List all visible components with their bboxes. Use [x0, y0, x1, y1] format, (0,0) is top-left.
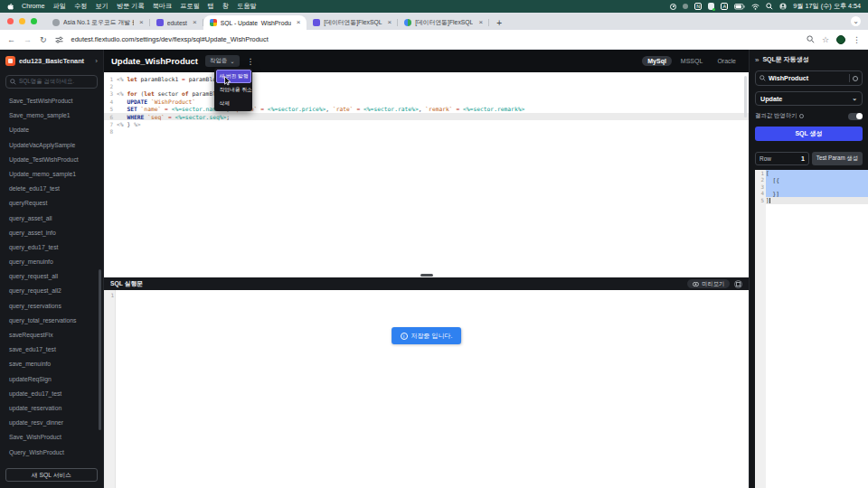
sql-service-item[interactable]: Update_memo_sample1: [0, 167, 103, 182]
tab-close-icon[interactable]: ×: [478, 19, 483, 26]
tenant-selector[interactable]: edu123_BasicTenant ›: [0, 50, 103, 70]
url-field[interactable]: edutest.flextudio.com/settings/dev/flexs…: [71, 35, 798, 43]
screen-record-icon[interactable]: [670, 4, 676, 10]
exec-result-editor[interactable]: 1 i 저장중 입니다.: [104, 290, 749, 488]
menubar-item[interactable]: 북마크: [152, 2, 172, 11]
context-menu-item[interactable]: 새 버전 발행: [216, 70, 251, 83]
browser-tab[interactable]: [데이터연동]FlexSQL ×: [307, 15, 398, 30]
table-search-input[interactable]: WishProduct: [755, 70, 863, 86]
battery-icon[interactable]: [734, 4, 745, 10]
collapse-panel-icon[interactable]: »: [755, 56, 759, 64]
browser-tab[interactable]: Asia No.1 로우코드 개발 플랫폼 | ×: [46, 15, 150, 30]
window-close-button[interactable]: [7, 18, 14, 24]
sql-service-item[interactable]: Save_memo_sample1: [0, 108, 103, 123]
menubar-item[interactable]: 방문 기록: [117, 2, 145, 11]
tab-close-icon[interactable]: ×: [388, 19, 392, 26]
sql-service-item[interactable]: update_edu17_test: [0, 387, 103, 401]
browser-tab[interactable]: edutest ×: [150, 15, 203, 30]
code-line[interactable]: 6 WHERE `seq` = <%=sector.seq%>;: [104, 113, 749, 120]
status-badge[interactable]: 작업중 ⌄: [205, 55, 240, 67]
spotlight-search-icon[interactable]: [766, 3, 773, 10]
window-maximize-button[interactable]: [31, 18, 37, 24]
user-switcher-icon[interactable]: [779, 3, 787, 10]
param-line[interactable]: 1[: [755, 170, 868, 177]
sql-service-item[interactable]: updateReqSign: [0, 372, 103, 387]
browser-tab[interactable]: SQL - Update_WishProduct ×: [203, 15, 307, 30]
sql-service-item[interactable]: delete_edu17_test: [0, 182, 103, 196]
code-line[interactable]: 1<% let paramBlock1 = paramBlo: [104, 75, 749, 82]
code-line[interactable]: 7<% } %>: [104, 120, 749, 127]
sql-service-item[interactable]: Update_TestWishProduct: [0, 153, 103, 167]
param-line[interactable]: 4 }]: [755, 191, 868, 198]
tab-close-icon[interactable]: ×: [297, 19, 301, 26]
notion-icon[interactable]: N: [694, 3, 702, 10]
sql-service-item[interactable]: Save_WishProduct: [0, 430, 103, 445]
context-menu-item[interactable]: 삭제: [216, 97, 251, 110]
bookmark-star-icon[interactable]: ☆: [822, 35, 829, 44]
context-menu-item[interactable]: 작업내용 취소: [216, 83, 251, 97]
menubar-item[interactable]: 도움말: [237, 2, 257, 11]
test-param-button[interactable]: Test Param 생성: [812, 152, 863, 165]
sql-service-item[interactable]: query_reservations: [0, 299, 103, 314]
code-line[interactable]: 4 UPDATE `WishProduct`: [104, 98, 749, 105]
menubar-item[interactable]: 창: [222, 2, 229, 11]
editor-scrollbar[interactable]: [744, 76, 747, 117]
tab-close-icon[interactable]: ×: [193, 19, 197, 26]
reload-icon[interactable]: ↻: [40, 35, 47, 44]
loading-circle-icon[interactable]: [853, 76, 858, 81]
db-dialect-tab[interactable]: MSSQL: [675, 56, 709, 66]
sql-service-item[interactable]: query_menuinfo: [0, 255, 103, 269]
sql-service-item[interactable]: query_request_all: [0, 269, 103, 284]
sql-service-item[interactable]: update_resv_dinner: [0, 416, 103, 430]
wifi-icon[interactable]: [751, 4, 760, 10]
sql-service-item[interactable]: UpdateVacApplySample: [0, 138, 103, 153]
code-line[interactable]: 3<% for (let sector of paramBlo: [104, 90, 749, 98]
sql-service-item[interactable]: Update: [0, 123, 103, 137]
db-dialect-tab[interactable]: MySql: [642, 56, 672, 66]
forward-icon[interactable]: →: [24, 35, 32, 44]
tab-search-chevron-icon[interactable]: ⌄: [851, 16, 861, 26]
profile-avatar[interactable]: [836, 35, 845, 44]
back-icon[interactable]: ←: [7, 35, 15, 44]
site-settings-icon[interactable]: [55, 36, 63, 43]
sql-service-item[interactable]: query_total_reservations: [0, 314, 103, 328]
browser-menu-icon[interactable]: ⋮: [853, 35, 861, 44]
preview-button[interactable]: 미리보기: [687, 279, 730, 288]
document-menu-icon[interactable]: ⋮: [247, 57, 255, 66]
security-badge-icon[interactable]: [708, 3, 714, 10]
code-line[interactable]: 5 SET `name` = <%=sector.name%>, `price`…: [104, 106, 749, 113]
omnibox-search-icon[interactable]: [807, 35, 815, 43]
param-line[interactable]: 5]: [755, 197, 868, 204]
sql-service-item[interactable]: Save_TestWishProduct: [0, 94, 103, 108]
sql-service-item[interactable]: query_asset_all: [0, 211, 103, 226]
sql-service-item[interactable]: query_request_all2: [0, 284, 103, 298]
sql-service-item[interactable]: queryRequest: [0, 196, 103, 211]
menubar-clock[interactable]: 9월 17일 (수) 오후 4:54: [793, 2, 861, 11]
sql-service-item[interactable]: save_edu17_test: [0, 343, 103, 357]
menubar-item[interactable]: 탭: [208, 2, 214, 11]
sql-service-item[interactable]: query_edu17_test: [0, 240, 103, 255]
tab-close-icon[interactable]: ×: [139, 19, 144, 26]
sql-search-input[interactable]: SQL명을 검색하세요.: [5, 75, 98, 89]
sql-service-item[interactable]: save_menuinfo: [0, 357, 103, 371]
new-sql-service-button[interactable]: 새 SQL 서비스: [5, 468, 98, 482]
code-line[interactable]: 8: [104, 128, 749, 136]
sql-service-item[interactable]: Query_WishProduct: [0, 446, 103, 460]
sql-code-editor[interactable]: 1<% let paramBlock1 = paramBlo23<% for (…: [104, 72, 749, 273]
sidebar-scrollbar[interactable]: [99, 269, 101, 430]
query-type-select[interactable]: Update ⌄: [755, 91, 863, 106]
db-dialect-tab[interactable]: Oracle: [712, 56, 741, 66]
resize-handle[interactable]: [420, 274, 433, 277]
sql-service-item[interactable]: update_reservation: [0, 401, 103, 416]
param-line[interactable]: 2 [{: [755, 177, 868, 184]
generate-sql-button[interactable]: SQL 생성: [755, 127, 863, 141]
sql-service-item[interactable]: query_asset_info: [0, 226, 103, 240]
new-tab-button[interactable]: +: [493, 16, 505, 29]
browser-tab[interactable]: [데이터연동]FlexSQL ×: [398, 15, 489, 30]
code-line[interactable]: 2: [104, 82, 749, 89]
input-source-icon[interactable]: A: [721, 3, 728, 10]
row-count-field[interactable]: Row 1: [755, 152, 809, 165]
menubar-item[interactable]: 보기: [95, 2, 108, 11]
param-line[interactable]: 3: [755, 183, 868, 191]
window-minimize-button[interactable]: [19, 18, 25, 24]
